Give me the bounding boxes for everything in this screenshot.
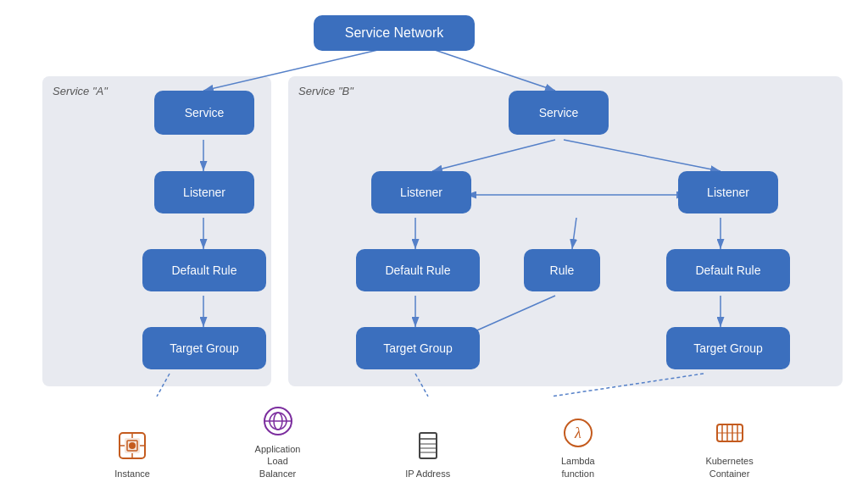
icon-k8s: KubernetesContainer xyxy=(705,416,753,480)
panel-label-b: Service "B" xyxy=(298,85,353,97)
instance-label: Instance xyxy=(114,468,150,480)
service-network-node: Service Network xyxy=(314,15,475,51)
service-a-node: Service xyxy=(154,91,254,135)
default-rule-b2-node: Default Rule xyxy=(666,249,790,291)
panel-label-a: Service "A" xyxy=(53,85,108,97)
alb-icon xyxy=(261,404,295,438)
k8s-label: KubernetesContainer xyxy=(705,455,753,480)
rule-b-node: Rule xyxy=(524,249,600,291)
listener-b2-node: Listener xyxy=(678,171,778,214)
lambda-icon: λ xyxy=(561,416,595,450)
icon-instance: Instance xyxy=(114,429,150,480)
target-group-b1-node: Target Group xyxy=(356,327,480,369)
ip-label: IP Address xyxy=(405,468,450,480)
ip-icon xyxy=(411,429,445,463)
listener-b1-node: Listener xyxy=(371,171,471,214)
k8s-icon xyxy=(713,416,747,450)
svg-text:λ: λ xyxy=(574,424,581,441)
icon-alb: Application LoadBalancer xyxy=(244,404,312,480)
svg-rect-31 xyxy=(420,433,437,458)
icon-lambda: λ Lambda function xyxy=(544,416,612,480)
default-rule-b1-node: Default Rule xyxy=(356,249,480,291)
service-b-node: Service xyxy=(509,91,609,135)
svg-point-26 xyxy=(129,442,136,449)
target-group-b2-node: Target Group xyxy=(666,327,790,369)
default-rule-a-node: Default Rule xyxy=(142,249,266,291)
lambda-label: Lambda function xyxy=(544,455,612,480)
diagram-container: Service "A" Service "B" xyxy=(0,0,868,488)
instance-icon xyxy=(115,429,149,463)
alb-label: Application LoadBalancer xyxy=(244,443,312,480)
icon-ip: IP Address xyxy=(405,429,450,480)
target-group-a-node: Target Group xyxy=(142,327,266,369)
icons-row: Instance Application LoadBalancer IP Add… xyxy=(0,404,868,480)
listener-a-node: Listener xyxy=(154,171,254,214)
